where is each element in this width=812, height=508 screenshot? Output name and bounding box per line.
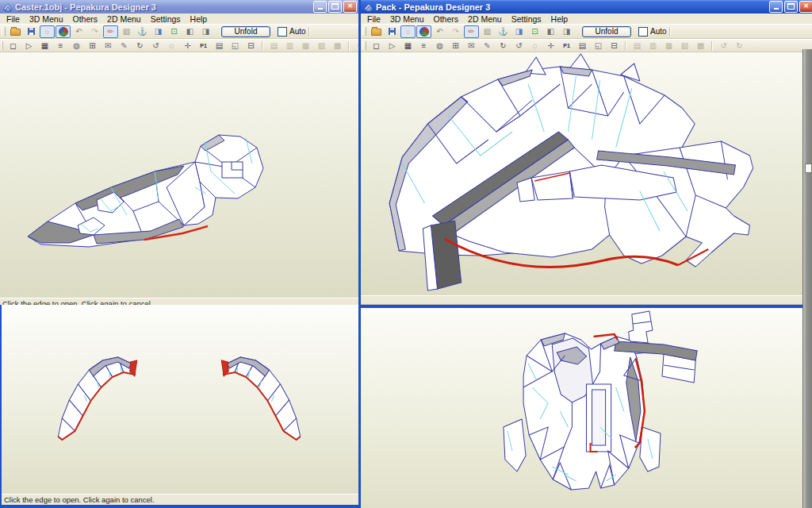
- auto-checkbox[interactable]: [638, 27, 648, 37]
- toolbar-grip[interactable]: [2, 27, 6, 36]
- rotate-cw-icon[interactable]: ↻: [496, 40, 511, 52]
- menu-2d-menu[interactable]: 2D Menu: [102, 14, 146, 24]
- marquee-icon[interactable]: ◌: [527, 40, 542, 52]
- menu-file[interactable]: File: [362, 14, 385, 24]
- toolbar-grip[interactable]: [362, 41, 366, 50]
- boxed-icon[interactable]: ◱: [228, 40, 243, 52]
- model-torso: [361, 308, 812, 508]
- menu-others[interactable]: Others: [68, 14, 103, 24]
- anchor-icon[interactable]: ⚓: [496, 25, 511, 38]
- cylinder-icon[interactable]: ◍: [432, 40, 447, 52]
- layers-icon[interactable]: ≡: [53, 40, 68, 52]
- menu-help[interactable]: Help: [186, 14, 213, 24]
- menu-3d-menu[interactable]: 3D Menu: [25, 14, 68, 24]
- crosshair-icon[interactable]: ✛: [180, 40, 195, 52]
- render-light-icon[interactable]: ☼: [40, 25, 55, 38]
- menu-3d-menu[interactable]: 3D Menu: [385, 14, 429, 24]
- select-object-icon[interactable]: ⊡: [527, 25, 542, 38]
- image-icon[interactable]: ▦: [400, 40, 416, 52]
- pages-icon[interactable]: ▤: [212, 40, 227, 52]
- rotate-left-icon[interactable]: ↶: [432, 25, 447, 38]
- edit-icon[interactable]: ✎: [480, 40, 495, 52]
- texture-icon[interactable]: [56, 25, 71, 38]
- menu-help[interactable]: Help: [546, 14, 573, 24]
- open-icon[interactable]: [8, 25, 23, 38]
- window-view-icon[interactable]: ◨: [151, 25, 166, 38]
- toolbar-grip[interactable]: [362, 27, 366, 36]
- marquee-icon[interactable]: ◌: [164, 40, 179, 52]
- open-icon[interactable]: [369, 25, 384, 38]
- background-scrollbar[interactable]: [802, 49, 812, 508]
- mail-icon[interactable]: ✉: [464, 40, 479, 52]
- unfold-button[interactable]: Unfold: [582, 26, 631, 37]
- auto-checkbox[interactable]: [278, 27, 287, 37]
- menu-settings[interactable]: Settings: [146, 14, 186, 24]
- rotate-cw-icon[interactable]: ↻: [132, 40, 147, 52]
- render-light-icon[interactable]: ☼: [400, 25, 416, 38]
- close-button[interactable]: [343, 1, 357, 13]
- toolbar-main: ☼↶↷✏▧⚓◨⊡◧◨ Unfold Auto: [361, 24, 812, 39]
- save-icon[interactable]: [385, 25, 400, 38]
- boxed-icon[interactable]: ◱: [591, 40, 606, 52]
- window-caster: Caster.1obj - Pepakura Designer 3 File3D…: [0, 0, 358, 305]
- flatten-icon[interactable]: ⊟: [607, 40, 622, 52]
- toolbar-grip[interactable]: [2, 41, 3, 50]
- rotate-ccw-icon[interactable]: ↺: [511, 40, 527, 52]
- layers-icon[interactable]: ≡: [416, 40, 431, 52]
- pencil-icon[interactable]: ✏: [464, 25, 479, 38]
- pick-tool-icon[interactable]: ▷: [385, 40, 400, 52]
- minimize-button[interactable]: [313, 1, 327, 13]
- rotate-left-icon[interactable]: ↶: [71, 25, 86, 38]
- status-text: Click the edge to open. Click again to c…: [2, 495, 155, 504]
- minimize-button[interactable]: [769, 1, 783, 13]
- unfold-button[interactable]: Unfold: [221, 26, 270, 37]
- select-object-icon[interactable]: ⊡: [167, 25, 182, 38]
- flatten-icon[interactable]: ⊟: [243, 40, 259, 52]
- 3d-viewport-torso[interactable]: [361, 308, 812, 508]
- menu-file[interactable]: File: [2, 14, 25, 24]
- close-button[interactable]: [799, 1, 812, 13]
- rotate-right-icon[interactable]: ↷: [87, 25, 102, 38]
- box-icon[interactable]: ▧: [119, 25, 134, 38]
- image-icon[interactable]: ▦: [37, 40, 52, 52]
- rotate-ccw-icon[interactable]: ↺: [148, 40, 163, 52]
- pick-tool-icon[interactable]: ▷: [21, 40, 36, 52]
- grid-icon[interactable]: ⊞: [85, 40, 100, 52]
- menu-settings[interactable]: Settings: [507, 14, 546, 24]
- window-view-icon[interactable]: ◨: [511, 25, 527, 38]
- texture-icon[interactable]: [416, 25, 431, 38]
- save-icon[interactable]: [24, 25, 39, 38]
- toolbar-separator: [308, 27, 310, 37]
- maximize-button[interactable]: [328, 1, 342, 13]
- pages-icon[interactable]: ▤: [575, 40, 590, 52]
- mail-icon[interactable]: ✉: [101, 40, 116, 52]
- p1-icon[interactable]: P1: [196, 40, 211, 52]
- 3d-viewport-wings[interactable]: [2, 305, 358, 494]
- title-bar[interactable]: Caster.1obj - Pepakura Designer 3: [0, 0, 358, 13]
- edit-icon[interactable]: ✎: [117, 40, 132, 52]
- select-rect-icon[interactable]: ◻: [6, 40, 21, 52]
- grid-icon[interactable]: ⊞: [448, 40, 463, 52]
- scrollbar-handle[interactable]: [805, 164, 812, 173]
- pane-right-icon[interactable]: ◨: [559, 25, 574, 38]
- pencil-icon[interactable]: ✏: [103, 25, 118, 38]
- rotate-right-icon[interactable]: ↷: [448, 25, 463, 38]
- p1-icon[interactable]: P1: [559, 40, 574, 52]
- menu-2d-menu[interactable]: 2D Menu: [463, 14, 507, 24]
- box-icon[interactable]: ▧: [480, 25, 495, 38]
- cylinder-icon[interactable]: ◍: [69, 40, 84, 52]
- maximize-button[interactable]: [784, 1, 798, 13]
- title-bar[interactable]: Pack - Pepakura Designer 3: [361, 0, 812, 13]
- pane-left-icon[interactable]: ◧: [182, 25, 197, 38]
- select-rect-icon[interactable]: ◻: [369, 40, 384, 52]
- pane-left-icon[interactable]: ◧: [543, 25, 558, 38]
- toolbar-separator: [669, 27, 671, 37]
- anchor-icon[interactable]: ⚓: [135, 25, 150, 38]
- crosshair-icon[interactable]: ✛: [543, 40, 558, 52]
- 3d-viewport-caster[interactable]: [0, 52, 358, 298]
- 3d-viewport-pack[interactable]: [361, 52, 812, 295]
- pane-right-icon[interactable]: ◨: [198, 25, 213, 38]
- align-top-icon: ▦: [661, 40, 676, 52]
- toolbar-2d: ◻▷▦≡◍⊞✉✎↻↺◌✛P1▤◱⊟▤▥▦▧▩↺↻: [0, 39, 358, 52]
- menu-others[interactable]: Others: [429, 14, 464, 24]
